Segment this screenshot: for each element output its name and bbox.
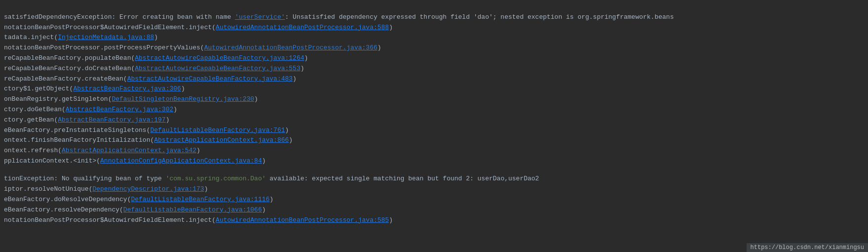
console-line: reCapableBeanFactory.doCreateBean(Abstra… xyxy=(4,64,864,74)
console-text-part: notationBeanPostProcessor.postProcessPro… xyxy=(4,44,204,51)
console-text-part: satisfiedDependencyException: Error crea… xyxy=(4,13,235,21)
console-text-part: notationBeanPostProcessor$AutowiredField… xyxy=(4,24,216,31)
console-text-part: ctory.doGetBean( xyxy=(4,106,66,113)
console-line: onBeanRegistry.getSingleton(DefaultSingl… xyxy=(4,94,864,105)
console-line: tionException: No qualifying bean of typ… xyxy=(4,174,864,184)
console-text-part[interactable]: DefaultSingletonBeanRegistry.java:230 xyxy=(112,95,254,103)
console-text-part: eBeanFactory.resolveDependency( xyxy=(4,206,123,213)
console-line: ontext.finishBeanFactoryInitialization(A… xyxy=(4,135,864,146)
console-text-part: iptor.resolveNotUnique( xyxy=(4,185,92,193)
console-output: satisfiedDependencyException: Error crea… xyxy=(0,0,868,227)
console-text-part: pplicationContext.<init>( xyxy=(4,157,100,165)
console-text-part: ) xyxy=(196,147,200,154)
console-text-part: onBeanRegistry.getSingleton( xyxy=(4,95,112,103)
console-line xyxy=(4,167,864,174)
console-line: notationBeanPostProcessor$AutowiredField… xyxy=(4,23,864,33)
console-text-part[interactable]: AbstractAutowireCapableBeanFactory.java:… xyxy=(135,65,300,72)
console-text-part[interactable]: AbstractAutowireCapableBeanFactory.java:… xyxy=(135,54,304,62)
console-line: notationBeanPostProcessor.postProcessPro… xyxy=(4,43,864,53)
console-text-part: tadata.inject( xyxy=(4,34,58,41)
console-text-part[interactable]: AbstractApplicationContext.java:542 xyxy=(62,147,196,154)
console-text-part: ) xyxy=(166,116,170,124)
console-text-part: ) xyxy=(389,216,393,224)
console-line: notationBeanPostProcessor$AutowiredField… xyxy=(4,215,864,226)
console-text-part: ) xyxy=(389,24,393,31)
console-text-part: ) xyxy=(289,136,293,144)
blog-link[interactable]: https://blog.csdn.net/xianmingsu xyxy=(751,244,864,251)
console-line: satisfiedDependencyException: Error crea… xyxy=(4,12,864,23)
console-text-part: ontext.refresh( xyxy=(4,147,62,154)
console-text-part[interactable]: AutowiredAnnotationBeanPostProcessor.jav… xyxy=(216,24,389,31)
console-line: ctory$1.getObject(AbstractBeanFactory.ja… xyxy=(4,84,864,94)
console-text-part[interactable]: AutowiredAnnotationBeanPostProcessor.jav… xyxy=(204,44,377,51)
console-line: tadata.inject(InjectionMetadata.java:88) xyxy=(4,33,864,43)
console-line: ctory.getBean(AbstractBeanFactory.java:1… xyxy=(4,115,864,126)
console-text-part[interactable]: AbstractBeanFactory.java:302 xyxy=(66,106,173,113)
console-line: eBeanFactory.preInstantiateSingletons(De… xyxy=(4,126,864,136)
console-text-part[interactable]: AnnotationConfigApplicationContext.java:… xyxy=(100,157,262,165)
console-text-part[interactable]: DefaultListableBeanFactory.java:1116 xyxy=(131,196,269,203)
console-text-part: reCapableBeanFactory.createBean( xyxy=(4,75,127,83)
console-line: eBeanFactory.doResolveDependency(Default… xyxy=(4,195,864,205)
console-text-part: ) xyxy=(262,157,266,165)
console-text-part: ) xyxy=(204,185,208,193)
console-text-part: tionException: No qualifying bean of typ… xyxy=(4,175,166,182)
console-line: pplicationContext.<init>(AnnotationConfi… xyxy=(4,156,864,167)
console-text-part[interactable]: DefaultListableBeanFactory.java:761 xyxy=(150,126,285,134)
console-line: reCapableBeanFactory.createBean(Abstract… xyxy=(4,74,864,84)
console-text-part: reCapableBeanFactory.populateBean( xyxy=(4,54,135,62)
console-text-part: ) xyxy=(304,54,308,62)
console-text-part: ) xyxy=(254,95,258,103)
console-text-part: ctory.getBean( xyxy=(4,116,58,124)
console-text-part: eBeanFactory.doResolveDependency( xyxy=(4,196,131,203)
console-text-part: 'com.su.spring.common.Dao' xyxy=(166,175,266,182)
console-text-part[interactable]: InjectionMetadata.java:88 xyxy=(58,34,154,41)
console-line: reCapableBeanFactory.populateBean(Abstra… xyxy=(4,53,864,64)
console-text-part: available: expected single matching bean… xyxy=(266,175,539,182)
console-line: iptor.resolveNotUnique(DependencyDescrip… xyxy=(4,184,864,195)
console-text-part: reCapableBeanFactory.doCreateBean( xyxy=(4,65,135,72)
console-text-part[interactable]: AbstractApplicationContext.java:866 xyxy=(154,136,289,144)
console-text-part: ) xyxy=(154,34,158,41)
console-text-part: ) xyxy=(269,196,273,203)
console-text-part: notationBeanPostProcessor$AutowiredField… xyxy=(4,216,216,224)
console-text-part[interactable]: AbstractBeanFactory.java:197 xyxy=(58,116,165,124)
console-text-part: ) xyxy=(293,75,297,83)
console-text-part[interactable]: AbstractAutowireCapableBeanFactory.java:… xyxy=(127,75,293,83)
bottom-bar: https://blog.csdn.net/xianmingsu xyxy=(747,243,868,252)
console-text-part: ) xyxy=(262,206,266,213)
console-text-part[interactable]: AbstractBeanFactory.java:306 xyxy=(73,85,181,92)
console-line: ctory.doGetBean(AbstractBeanFactory.java… xyxy=(4,105,864,115)
console-text-part: ctory$1.getObject( xyxy=(4,85,73,92)
console-line: ontext.refresh(AbstractApplicationContex… xyxy=(4,146,864,156)
console-line: eBeanFactory.resolveDependency(DefaultLi… xyxy=(4,205,864,215)
console-text-part: ) xyxy=(301,65,304,72)
console-text-part: ) xyxy=(173,106,177,113)
console-text-part: ) xyxy=(285,126,289,134)
console-text-part[interactable]: AutowiredAnnotationBeanPostProcessor.jav… xyxy=(216,216,389,224)
console-text-part: ontext.finishBeanFactoryInitialization( xyxy=(4,136,154,144)
console-text-part: ) xyxy=(181,85,185,92)
console-text-part[interactable]: 'userService' xyxy=(235,13,285,21)
console-text-part: eBeanFactory.preInstantiateSingletons( xyxy=(4,126,150,134)
console-text-part[interactable]: DefaultListableBeanFactory.java:1066 xyxy=(123,206,262,213)
console-text-part[interactable]: DependencyDescriptor.java:173 xyxy=(92,185,204,193)
console-text-part: : Unsatisfied dependency expressed throu… xyxy=(285,13,674,21)
console-text-part: ) xyxy=(377,44,381,51)
